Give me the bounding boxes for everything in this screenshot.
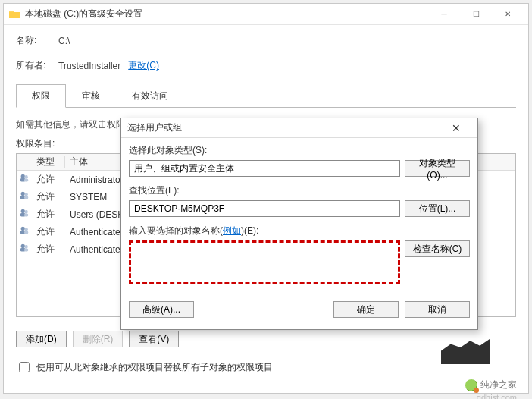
svg-rect-7 [24,196,28,199]
user-group-icon [17,243,32,256]
svg-point-0 [21,174,25,178]
replace-child-permissions-label: 使用可从此对象继承的权限项目替换所有子对象的权限项目 [36,361,273,374]
row-type: 允许 [32,225,65,238]
locations-button[interactable]: 位置(L)... [405,200,470,217]
close-button[interactable]: ✕ [492,5,524,24]
svg-rect-19 [24,248,28,251]
tab-permissions[interactable]: 权限 [16,84,66,108]
example-link[interactable]: 例如 [223,225,241,236]
location-row: 位置(L)... [129,200,470,217]
user-group-icon [17,173,32,186]
dialog-footer: 高级(A)... 确定 取消 [121,298,477,325]
tab-effective-access[interactable]: 有效访问 [116,84,184,108]
view-button[interactable]: 查看(V) [129,331,179,347]
row-type: 允许 [32,208,65,221]
svg-point-16 [21,244,25,248]
change-owner-link[interactable]: 更改(C) [128,59,159,72]
col-type[interactable]: 类型 [32,156,65,168]
object-type-label: 选择此对象类型(S): [129,144,470,157]
object-type-input[interactable] [129,160,400,177]
svg-rect-3 [24,178,28,181]
replace-child-permissions-checkbox[interactable] [19,362,30,372]
dialog-close-button[interactable]: ✕ [441,119,471,137]
svg-point-8 [21,209,25,213]
row-type: 允许 [32,190,65,203]
watermark-url: gdhist.com [477,393,517,399]
svg-point-14 [24,228,27,231]
entries-button-row: 添加(D) 删除(R) 查看(V) [16,331,516,347]
svg-point-2 [24,175,27,178]
row-type: 允许 [32,243,65,256]
check-names-button[interactable]: 检查名称(C) [405,240,470,257]
enter-object-name-label: 输入要选择的对象名称(例如)(E): [129,225,470,237]
watermark-icon [465,379,477,391]
object-name-input[interactable] [129,240,400,284]
name-label: 名称: [16,34,58,47]
svg-point-18 [24,245,27,248]
user-group-icon [17,208,32,221]
maximize-button[interactable]: ☐ [460,5,492,24]
main-window-title: 本地磁盘 (C:)的高级安全设置 [25,8,428,20]
dialog-titlebar: 选择用户或组 ✕ [121,118,477,138]
remove-button[interactable]: 删除(R) [73,331,124,347]
user-group-icon [17,225,32,238]
object-types-button[interactable]: 对象类型(O)... [405,160,470,177]
owner-value: TrustedInstaller [58,61,120,71]
object-type-row: 对象类型(O)... [129,160,470,177]
folder-icon [8,8,20,20]
enter-name-suffix: )(E): [241,225,258,236]
select-user-or-group-dialog: 选择用户或组 ✕ 选择此对象类型(S): 对象类型(O)... 查找位置(F):… [120,118,478,330]
location-label: 查找位置(F): [129,184,470,197]
tabs: 权限 审核 有效访问 [16,84,516,108]
enter-name-prefix: 输入要选择的对象名称( [129,225,223,236]
name-value: C:\ [58,36,70,46]
advanced-button[interactable]: 高级(A)... [129,301,194,318]
owner-label: 所有者: [16,59,58,72]
svg-point-12 [21,227,25,231]
svg-point-4 [21,192,25,196]
object-name-row: 检查名称(C) [129,240,470,284]
dialog-body: 选择此对象类型(S): 对象类型(O)... 查找位置(F): 位置(L)...… [121,138,477,298]
owner-row: 所有者: TrustedInstaller 更改(C) [16,59,516,72]
svg-point-6 [24,193,27,196]
svg-rect-11 [24,213,28,216]
svg-point-10 [24,210,27,213]
window-controls: ─ ☐ ✕ [428,5,524,24]
main-titlebar: 本地磁盘 (C:)的高级安全设置 ─ ☐ ✕ [4,4,528,25]
name-row: 名称: C:\ [16,34,516,47]
cancel-button[interactable]: 取消 [405,301,470,318]
watermark-brand: 纯净之家 [480,379,517,391]
minimize-button[interactable]: ─ [428,5,460,24]
add-button[interactable]: 添加(D) [16,331,67,347]
row-type: 允许 [32,173,65,186]
dialog-title: 选择用户或组 [127,121,441,134]
svg-rect-15 [24,231,28,234]
tab-auditing[interactable]: 审核 [66,84,116,108]
ok-button[interactable]: 确定 [333,301,399,318]
watermark: 纯净之家 [465,379,517,391]
user-group-icon [17,190,32,203]
location-input[interactable] [129,200,400,217]
